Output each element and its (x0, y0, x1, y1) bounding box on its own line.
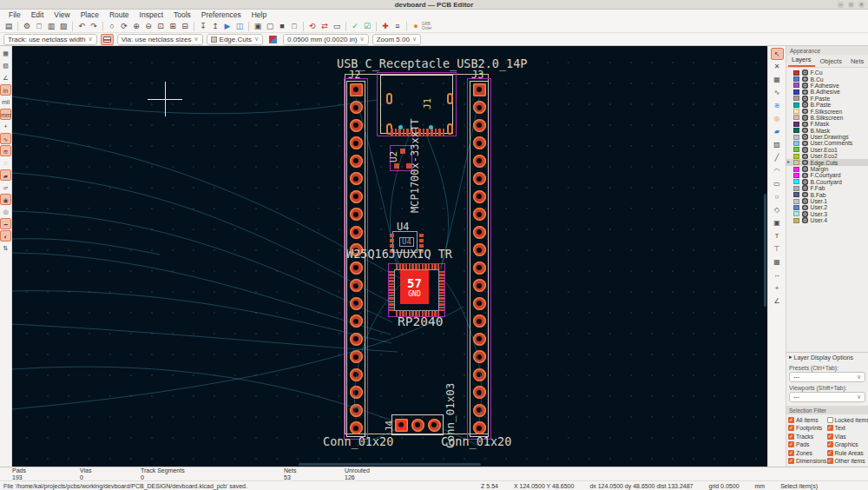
visibility-eye-icon[interactable] (802, 185, 808, 191)
pin-header-pad[interactable] (473, 83, 486, 96)
active-layer-select[interactable]: Edge.Cuts ∨ (207, 34, 263, 45)
polar-coordinates-button[interactable]: ∠ (0, 72, 11, 83)
layer-row-f.paste[interactable]: F.Paste (786, 96, 868, 102)
page-settings-button[interactable]: □ (33, 21, 45, 32)
menu-inspect[interactable]: Inspect (135, 10, 168, 20)
pin-header-pad[interactable] (473, 368, 486, 381)
layer-color-swatch[interactable] (793, 186, 799, 191)
layer-color-swatch[interactable] (793, 96, 799, 101)
usb-shield-pad[interactable] (447, 93, 453, 104)
grid-select[interactable]: 0.0500 mm (0.0020 in) ∨ (283, 34, 369, 45)
layer-row-edge.cuts[interactable]: Edge.Cuts (786, 159, 868, 165)
route-tracks-button[interactable]: ∿ (771, 87, 784, 99)
layer-color-swatch[interactable] (793, 76, 799, 82)
layer-color-swatch[interactable] (793, 205, 799, 210)
smd-pad[interactable] (428, 264, 430, 269)
checkbox-icon[interactable]: ✓ (788, 425, 794, 431)
layer-row-user.drawings[interactable]: User.Drawings (786, 134, 868, 140)
smd-pad[interactable] (405, 264, 407, 269)
layer-row-user.3[interactable]: User.3 (786, 211, 868, 217)
menu-view[interactable]: View (49, 10, 75, 20)
zone-display-outline-button[interactable]: ▱ (0, 182, 11, 193)
layer-row-user.1[interactable]: User.1 (786, 198, 868, 204)
via-display-mode-button[interactable]: ◎ (0, 206, 11, 217)
layer-color-swatch[interactable] (793, 70, 799, 76)
smd-pad[interactable] (439, 297, 444, 299)
smd-pad[interactable] (389, 280, 394, 281)
checkbox-icon[interactable]: ✓ (827, 450, 833, 456)
checkbox-icon[interactable] (827, 417, 833, 423)
checkbox-icon[interactable]: ✓ (788, 441, 794, 447)
j4-pad[interactable] (395, 419, 408, 432)
smd-pad[interactable] (439, 301, 444, 302)
visibility-eye-icon[interactable] (802, 217, 808, 223)
minimize-button[interactable]: – (838, 2, 844, 8)
mirror-view-button[interactable]: ◫ (233, 21, 246, 32)
visibility-eye-icon[interactable] (802, 211, 808, 217)
pin-header-pad[interactable] (350, 155, 363, 168)
layer-row-b.fab[interactable]: B.Fab (786, 191, 868, 197)
visibility-eye-icon[interactable] (802, 160, 808, 166)
zoom-selection-button[interactable]: ⊟ (179, 21, 191, 32)
route-diff-pairs-button[interactable]: ≋ (771, 100, 784, 112)
filter-zones[interactable]: ✓Zones (788, 450, 827, 456)
layer-row-b.mask[interactable]: B.Mask (786, 128, 868, 134)
draw-line-button[interactable]: ╱ (771, 152, 784, 164)
visibility-eye-icon[interactable] (802, 147, 808, 153)
draw-circle-button[interactable]: ○ (771, 191, 784, 203)
pin-header-pad[interactable] (473, 404, 486, 417)
layer-color-swatch[interactable] (793, 160, 799, 165)
smd-pad[interactable] (439, 288, 444, 290)
layer-color-swatch[interactable] (793, 89, 799, 95)
smd-pad[interactable] (439, 271, 444, 273)
filter-locked-items[interactable]: Locked items (827, 417, 868, 423)
measure-button[interactable]: ∠ (771, 295, 784, 308)
smd-pad[interactable] (389, 283, 394, 285)
layer-color-swatch[interactable] (793, 115, 799, 120)
smd-pad[interactable] (402, 264, 404, 269)
smd-pad[interactable] (389, 295, 394, 296)
layer-color-swatch[interactable] (793, 109, 799, 114)
visibility-eye-icon[interactable] (802, 192, 808, 198)
pin-header-pad[interactable] (473, 101, 486, 114)
smd-pad[interactable] (391, 129, 393, 136)
smd-pad[interactable] (438, 129, 441, 136)
smd-pad[interactable] (426, 129, 429, 136)
pin-header-pad[interactable] (473, 421, 486, 434)
menu-route[interactable]: Route (104, 10, 135, 20)
import-button[interactable]: ↧ (197, 21, 209, 32)
pin-header-pad[interactable] (350, 208, 363, 221)
zoom-select[interactable]: Zoom 5.00 ∨ (372, 34, 421, 45)
maximize-button[interactable]: □ (848, 2, 854, 8)
visibility-eye-icon[interactable] (802, 76, 808, 83)
filter-footprints[interactable]: ✓Footprints (788, 425, 827, 431)
scripting-console-button[interactable]: ≡ (391, 21, 404, 32)
zone-display-filled-button[interactable]: ▰ (0, 169, 11, 181)
draw-text-button[interactable]: T (771, 230, 784, 242)
smd-pad[interactable] (389, 297, 394, 299)
smd-pad[interactable] (389, 301, 394, 302)
canvas-vscrollbar[interactable] (764, 194, 766, 307)
tab-nets[interactable]: Nets (847, 56, 867, 67)
draw-arc-button[interactable]: ◠ (771, 165, 784, 177)
canvas-hscrollbar[interactable] (299, 463, 481, 466)
smd-pad[interactable] (431, 129, 433, 136)
layer-row-b.adhesive[interactable]: B.Adhesive (786, 89, 868, 95)
smd-pad[interactable] (398, 129, 401, 136)
smd-pad[interactable] (439, 303, 444, 305)
group-button[interactable]: ▣ (252, 21, 264, 32)
export-button[interactable]: ↥ (209, 21, 221, 32)
layer-color-swatch[interactable] (793, 211, 799, 216)
smd-pad[interactable] (400, 149, 405, 154)
layer-row-b.courtyard[interactable]: B.Courtyard (786, 179, 868, 185)
smd-pad[interactable] (435, 129, 437, 136)
pad-display-mode-button[interactable]: ◉ (0, 194, 11, 205)
pin-header-pad[interactable] (350, 119, 363, 132)
pcb-canvas[interactable]: U457GNDUSB_C_Receptacle_USB2.0_14PJ2J3J1… (12, 46, 767, 467)
smd-pad[interactable] (439, 307, 444, 308)
curved-ratsnest-button[interactable]: ≋ (0, 145, 11, 156)
visibility-eye-icon[interactable] (802, 154, 808, 160)
layer-row-b.silkscreen[interactable]: B.Silkscreen (786, 115, 868, 121)
layer-row-user.eco1[interactable]: User.Eco1 (786, 147, 868, 153)
smd-pad[interactable] (411, 264, 413, 269)
